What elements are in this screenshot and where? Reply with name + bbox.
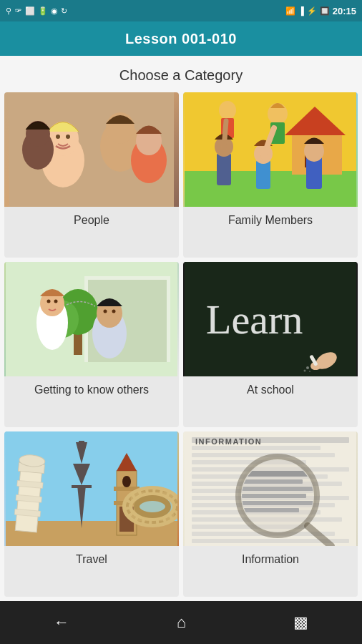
svg-text:Learn: Learn <box>206 296 303 343</box>
battery-icon: 🔲 <box>320 6 330 16</box>
svg-point-3 <box>56 135 60 139</box>
status-time: 20:15 <box>333 6 356 16</box>
svg-point-49 <box>306 366 309 369</box>
svg-rect-65 <box>74 464 89 467</box>
information-image: INFORMATION <box>183 431 358 546</box>
circle-icon: ◉ <box>51 6 58 16</box>
svg-rect-64 <box>72 485 92 488</box>
family-image <box>183 92 358 207</box>
svg-point-23 <box>219 101 236 119</box>
page-subtitle: Choose a Category <box>0 56 362 92</box>
travel-label: Travel <box>4 546 179 575</box>
svg-point-36 <box>47 300 51 303</box>
family-label: Family Members <box>183 207 358 235</box>
information-label: Information <box>183 546 358 575</box>
sync-icon: ↻ <box>61 6 67 16</box>
svg-rect-98 <box>242 479 303 484</box>
category-card-information[interactable]: INFORMATION <box>183 431 358 597</box>
svg-line-27 <box>224 121 226 148</box>
memory-icon: 🖙 <box>14 6 22 15</box>
main-content: Choose a Category <box>0 56 362 601</box>
svg-rect-97 <box>242 471 313 477</box>
svg-rect-100 <box>242 494 306 498</box>
svg-point-42 <box>99 315 119 326</box>
svg-point-40 <box>104 310 107 313</box>
svg-point-41 <box>112 310 116 313</box>
people-label: People <box>4 207 179 235</box>
status-right-icons: 📶 ▐ ⚡ 🔲 20:15 <box>285 6 356 16</box>
category-card-at-school[interactable]: Learn At school <box>183 262 358 427</box>
recent-apps-button[interactable]: ▩ <box>282 608 320 638</box>
getting-to-know-image <box>4 262 179 376</box>
svg-rect-18 <box>256 160 270 189</box>
image-icon: ⬜ <box>25 6 35 16</box>
wifi-icon: 📶 <box>285 6 295 16</box>
category-card-travel[interactable]: Travel <box>4 431 179 597</box>
svg-rect-63 <box>79 441 84 445</box>
svg-text:INFORMATION: INFORMATION <box>195 437 262 446</box>
getting-to-know-label: Getting to know others <box>4 376 179 405</box>
flash-icon: ⚡ <box>307 6 317 16</box>
category-card-people[interactable]: People <box>4 92 179 258</box>
lesson-title: Lesson 001-010 <box>125 31 237 47</box>
battery-saver-icon: 🔋 <box>38 6 48 16</box>
svg-point-37 <box>54 300 58 303</box>
at-school-image: Learn <box>183 262 358 376</box>
title-bar: Lesson 001-010 <box>0 21 362 56</box>
svg-rect-101 <box>242 501 313 505</box>
category-card-family[interactable]: Family Members <box>183 92 358 258</box>
status-bar: ⚲ 🖙 ⬜ 🔋 ◉ ↻ 📶 ▐ ⚡ 🔲 20:15 <box>0 0 362 21</box>
navigation-bar: ← ⌂ ▩ <box>0 601 362 644</box>
svg-point-51 <box>309 371 310 372</box>
svg-point-4 <box>66 135 70 139</box>
home-button[interactable]: ⌂ <box>165 608 197 638</box>
svg-point-71 <box>122 476 131 487</box>
usb-icon: ⚲ <box>6 6 11 16</box>
svg-rect-78 <box>192 446 321 450</box>
travel-image <box>4 431 179 546</box>
status-left-icons: ⚲ 🖙 ⬜ 🔋 ◉ ↻ <box>6 6 67 16</box>
at-school-label: At school <box>183 376 358 405</box>
category-card-getting-to-know[interactable]: Getting to know others <box>4 262 179 427</box>
people-image <box>4 92 179 207</box>
svg-point-50 <box>304 370 306 372</box>
category-grid: People <box>0 92 362 601</box>
back-button[interactable]: ← <box>42 608 81 638</box>
signal-icon: ▐ <box>298 6 304 15</box>
svg-rect-99 <box>242 487 313 491</box>
svg-rect-102 <box>242 508 299 512</box>
svg-rect-25 <box>217 153 231 185</box>
